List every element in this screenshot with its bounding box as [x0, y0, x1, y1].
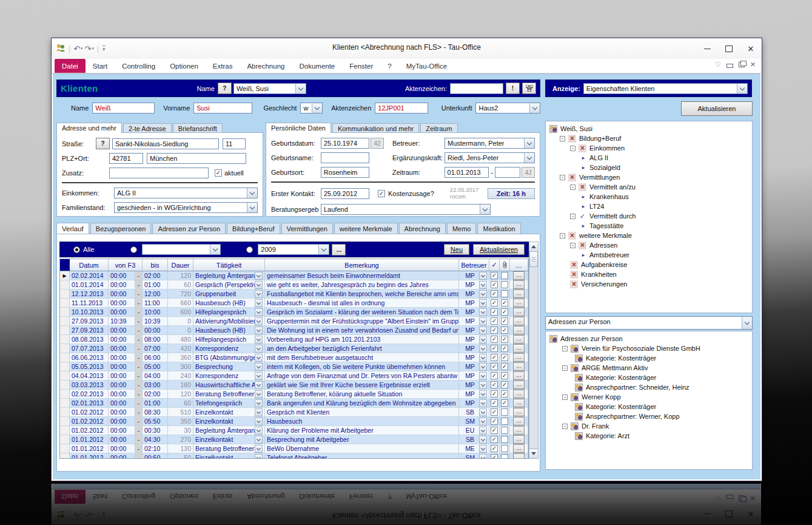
- taetigkeit-cell[interactable]: Telefongespräch: [193, 399, 265, 408]
- von-cell[interactable]: 10:39: [109, 317, 135, 326]
- attachment-checkbox[interactable]: ✓: [500, 371, 510, 381]
- bis-cell[interactable]: 02:00: [143, 390, 168, 399]
- chevron-down-icon[interactable]: [479, 272, 487, 280]
- erledigt-checkbox[interactable]: ✓: [489, 390, 500, 399]
- verlauf-row[interactable]: 02.01.201300:00-01:0060TelefongesprächBa…: [60, 399, 528, 408]
- tab-pers-nliche-daten[interactable]: Persönliche Daten: [266, 123, 331, 133]
- menu-item-start[interactable]: Start: [86, 59, 115, 73]
- zeit-button[interactable]: Zeit: 16 h: [488, 188, 535, 199]
- mdi-restore-icon[interactable]: [739, 62, 745, 67]
- tree-item[interactable]: -×Bildung+Beruf: [547, 134, 751, 143]
- bis-cell[interactable]: 11:00: [143, 299, 168, 308]
- erledigt-checkbox[interactable]: ✓: [489, 426, 500, 435]
- verlauf-row[interactable]: 01.02.201200:00-05:50350EinzelkontaktHau…: [60, 417, 528, 426]
- attachment-checkbox[interactable]: [500, 290, 510, 299]
- tree-collapse-icon[interactable]: -: [560, 136, 565, 141]
- datum-cell[interactable]: 02.02.2014: [70, 271, 109, 280]
- chevron-down-icon[interactable]: [255, 399, 263, 407]
- customize-toolbar-button[interactable]: ▾: [102, 46, 106, 52]
- chevron-down-icon[interactable]: [529, 103, 540, 113]
- attachment-checkbox[interactable]: ✓: [500, 353, 510, 362]
- bis-cell[interactable]: 04:30: [143, 435, 168, 444]
- tab-adressen-zur-person[interactable]: Adressen zur Person: [152, 223, 226, 234]
- beratungsergebnis-combo[interactable]: Laufend: [321, 204, 491, 215]
- chevron-down-icon[interactable]: [479, 290, 487, 298]
- von-cell[interactable]: 00:00: [109, 399, 135, 408]
- verlauf-row[interactable]: 02.02.201300:00-02:00120Beratung Betroff…: [60, 390, 528, 399]
- datum-cell[interactable]: 01.01.2012: [70, 453, 109, 459]
- bemerkung-cell[interactable]: geklärt wie Sie mit Ihrer Küche bessere …: [265, 381, 459, 390]
- verlauf-row[interactable]: 12.12.201300:00-12:00720GruppenarbeitFus…: [60, 290, 528, 299]
- bemerkung-cell[interactable]: an den Arbeitgeber bezüglich Ferienfahrt: [265, 344, 459, 353]
- bemerkung-cell[interactable]: Fussballangebot mit Klientin besprochen,…: [265, 290, 459, 299]
- taetigkeit-cell[interactable]: Hauswirtschaftliche A: [193, 381, 265, 390]
- name-field[interactable]: Weiß: [92, 103, 155, 113]
- taetigkeit-cell[interactable]: Einzelkontakt: [193, 453, 265, 459]
- verlauf-row[interactable]: 01.01.201400:00-01:0060Gespräch (Perspek…: [60, 280, 528, 290]
- tree-collapse-icon[interactable]: -: [562, 346, 568, 351]
- mdi-close-icon[interactable]: ✕: [750, 61, 756, 68]
- bemerkung-cell[interactable]: Klärung der Probleme mit Arbeitgeber: [265, 426, 459, 435]
- verlauf-row[interactable]: 05.05.201300:00-05:00300Besprechunginter…: [60, 362, 528, 371]
- details-button[interactable]: …: [510, 435, 528, 444]
- datum-cell[interactable]: 01.01.2012: [70, 435, 109, 444]
- bemerkung-cell[interactable]: Gespräch im Sozialamt - klärung der weit…: [265, 308, 459, 317]
- bis-cell[interactable]: 08:30: [143, 408, 168, 417]
- verlauf-row[interactable]: ▶02.02.201400:00-02:00120Begleitung Ämte…: [60, 271, 528, 280]
- betreuer-cell[interactable]: SM: [459, 417, 489, 426]
- bis-column-header[interactable]: bis: [143, 259, 168, 271]
- bis-cell[interactable]: 02:10: [143, 444, 168, 453]
- verlauf-row[interactable]: 11.11.201300:00-11:00660Hausbesuch (HB)H…: [60, 299, 528, 308]
- erledigt-checkbox[interactable]: ✓: [489, 308, 500, 317]
- geburtsdatum-field[interactable]: 25.10.1974: [321, 138, 369, 149]
- org-chart-button[interactable]: [522, 83, 536, 94]
- tab-vermittlungen[interactable]: Vermittlungen: [281, 223, 333, 234]
- tree-item[interactable]: Ansprechpartner: Werner, Kopp: [547, 412, 751, 421]
- unterkunft-combo[interactable]: Haus2: [475, 103, 540, 113]
- verlauf-scrollbar[interactable]: [529, 242, 539, 459]
- minimize-button[interactable]: [696, 41, 718, 56]
- verlauf-row[interactable]: 06.06.201300:00-06:00360BTG (Abstimmung/…: [60, 353, 528, 362]
- menu-item-optionen[interactable]: Optionen: [163, 59, 206, 73]
- chevron-down-icon[interactable]: [247, 203, 257, 212]
- bis-cell[interactable]: 08:00: [143, 335, 168, 344]
- verlauf-row[interactable]: 01.02.201200:00-08:30510EinzelkontaktGes…: [60, 408, 528, 417]
- chevron-down-icon[interactable]: [255, 290, 263, 298]
- tab-zeitraum[interactable]: Zeitraum: [420, 123, 457, 133]
- zeitraum-von-field[interactable]: 01.01.2013: [445, 167, 489, 178]
- tree-item[interactable]: ×Aufgabenkreise: [547, 260, 751, 269]
- chevron-down-icon[interactable]: [318, 245, 329, 254]
- chevron-down-icon[interactable]: [479, 299, 487, 307]
- scrollbar-thumb[interactable]: [529, 251, 538, 267]
- verlauf-row[interactable]: 01.01.201200:00-04:30270EinzelkontaktBes…: [60, 435, 528, 444]
- menu-item-dokumente[interactable]: Dokumente: [292, 59, 342, 73]
- von-cell[interactable]: 00:00: [109, 435, 135, 444]
- taetigkeit-cell[interactable]: Beratung Betroffener: [193, 444, 265, 453]
- chevron-down-icon[interactable]: [479, 308, 487, 316]
- von-cell[interactable]: 00:00: [109, 362, 135, 371]
- betreuer-cell[interactable]: MP: [459, 390, 489, 399]
- bis-cell[interactable]: 00:00: [143, 326, 168, 335]
- bis-cell[interactable]: 07:00: [143, 344, 168, 353]
- tree-item[interactable]: Adressen zur Person: [547, 334, 751, 344]
- verlauf-row[interactable]: 03.03.201300:00-03:00180Hauswirtschaftli…: [60, 381, 528, 390]
- chevron-down-icon[interactable]: [479, 317, 487, 325]
- taetigkeit-cell[interactable]: Gespräch (Perspektiv: [193, 280, 265, 290]
- bemerkung-cell[interactable]: Vorbereitung auf HPG am 101.201.2103: [265, 335, 459, 344]
- datum-cell[interactable]: 11.11.2013: [70, 299, 109, 308]
- tab-bezugspersonen[interactable]: Bezugspersonen: [90, 223, 152, 234]
- betreuer-cell[interactable]: MP: [459, 362, 489, 371]
- von-cell[interactable]: 00:00: [109, 444, 135, 453]
- datum-cell[interactable]: 03.03.2013: [70, 381, 109, 390]
- chevron-down-icon[interactable]: [479, 445, 487, 453]
- taetigkeit-cell[interactable]: Hilfeplangespräch: [193, 308, 265, 317]
- chevron-down-icon[interactable]: [479, 345, 487, 353]
- chevron-down-icon[interactable]: [479, 427, 487, 435]
- tab-kommunikation-und-mehr[interactable]: Kommunikation und mehr: [332, 123, 419, 133]
- betreuer-cell[interactable]: MP: [459, 280, 489, 290]
- erledigt-checkbox[interactable]: ✓: [489, 326, 500, 335]
- tree-item[interactable]: Kategorie: Arzt: [547, 431, 751, 441]
- vorname-field[interactable]: Susi: [193, 103, 252, 113]
- aktualisieren-button[interactable]: Aktualisieren: [473, 244, 525, 255]
- street-lookup-button[interactable]: ?: [96, 138, 110, 149]
